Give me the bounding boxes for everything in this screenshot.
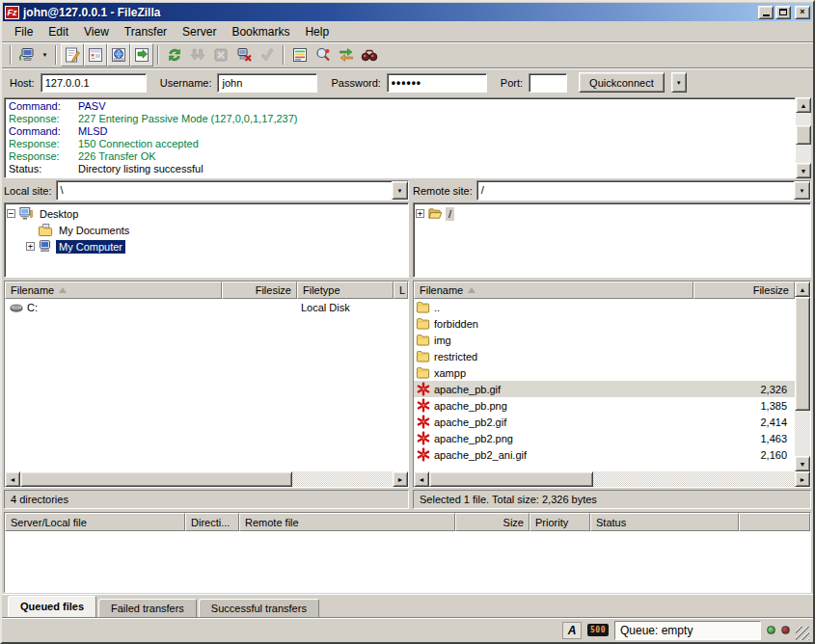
- toolbar-separator: [157, 45, 159, 65]
- title-bar[interactable]: Fz john@127.0.0.1 - FileZilla ×: [3, 3, 812, 21]
- remote-site-combo[interactable]: / ▼: [476, 180, 811, 201]
- cancel-icon: [212, 46, 230, 64]
- column-header-lastmodified[interactable]: L: [394, 282, 408, 299]
- column-header-status[interactable]: Status: [590, 513, 739, 531]
- minimize-button[interactable]: [758, 6, 774, 19]
- file-row[interactable]: ..: [414, 299, 795, 315]
- tree-item-desktop[interactable]: − Desktop: [7, 205, 406, 222]
- column-header-empty: [739, 513, 810, 531]
- tab-failed-transfers[interactable]: Failed transfers: [98, 599, 197, 617]
- sort-ascending-icon: [468, 287, 475, 293]
- remote-hscroll-thumb[interactable]: [429, 471, 593, 487]
- menu-bookmarks[interactable]: Bookmarks: [225, 23, 296, 40]
- scroll-right-icon[interactable]: ►: [795, 471, 810, 487]
- column-header-size[interactable]: Size: [455, 513, 530, 531]
- column-header-filetype[interactable]: Filetype: [297, 282, 394, 299]
- column-header-filesize[interactable]: Filesize: [222, 282, 297, 299]
- local-hscroll-thumb[interactable]: [20, 471, 292, 487]
- toolbar-separator: [283, 45, 285, 65]
- menu-help[interactable]: Help: [298, 23, 336, 40]
- port-input[interactable]: [529, 73, 567, 93]
- scroll-left-icon[interactable]: ◄: [5, 471, 20, 487]
- menu-file[interactable]: File: [8, 23, 40, 40]
- process-queue-button[interactable]: [186, 43, 209, 67]
- local-file-list: Filename Filesize Filetype L C: Local Di…: [4, 281, 409, 488]
- file-row[interactable]: xampp: [414, 364, 795, 381]
- toggle-local-tree-button[interactable]: [84, 43, 107, 67]
- scroll-up-icon[interactable]: ▲: [796, 97, 811, 113]
- scroll-right-icon[interactable]: ►: [393, 471, 408, 487]
- speed-limit-badge[interactable]: 500: [587, 624, 609, 636]
- tree-item-root[interactable]: + /: [416, 205, 808, 222]
- transfer-type-indicator[interactable]: A: [562, 622, 582, 639]
- expand-icon[interactable]: +: [416, 209, 424, 218]
- column-header-filesize[interactable]: Filesize: [693, 282, 795, 299]
- menu-server[interactable]: Server: [176, 23, 223, 40]
- tab-queued-files[interactable]: Queued files: [8, 596, 96, 617]
- column-header-filename[interactable]: Filename: [414, 282, 693, 299]
- toggle-message-log-button[interactable]: [61, 43, 84, 67]
- file-row-c-drive[interactable]: C: Local Disk: [5, 299, 408, 315]
- host-input[interactable]: [41, 73, 147, 93]
- quickconnect-dropdown[interactable]: ▼: [671, 72, 687, 93]
- quickconnect-button[interactable]: Quickconnect: [579, 72, 665, 93]
- resize-grip-icon[interactable]: [796, 627, 809, 640]
- log-scroll-thumb[interactable]: [796, 125, 811, 145]
- collapse-icon[interactable]: −: [7, 209, 15, 218]
- toggle-queue-button[interactable]: [130, 43, 153, 67]
- file-row[interactable]: restricted: [414, 348, 795, 364]
- remote-site-dropdown-icon[interactable]: ▼: [794, 181, 810, 200]
- sort-ascending-icon: [59, 287, 67, 293]
- sync-arrows-icon: [338, 46, 355, 64]
- menu-bar: File Edit View Transfer Server Bookmarks…: [2, 22, 813, 41]
- column-header-direction[interactable]: Directi...: [185, 513, 239, 531]
- column-header-remote-file[interactable]: Remote file: [239, 513, 455, 531]
- menu-transfer[interactable]: Transfer: [118, 23, 174, 40]
- message-log-pane: Command:PASV Response:227 Entering Passi…: [4, 97, 796, 178]
- cancel-operation-button[interactable]: [209, 43, 232, 67]
- menu-edit[interactable]: Edit: [41, 23, 75, 40]
- file-row[interactable]: img: [414, 332, 795, 348]
- disconnect-button[interactable]: [232, 43, 256, 67]
- close-icon: ×: [800, 8, 804, 16]
- reconnect-button[interactable]: [256, 43, 279, 67]
- scroll-up-icon[interactable]: ▲: [795, 282, 810, 297]
- column-header-filename[interactable]: Filename: [5, 282, 222, 299]
- password-input[interactable]: [387, 73, 487, 93]
- find-files-button[interactable]: [358, 43, 381, 67]
- filters-button[interactable]: [288, 43, 312, 67]
- scroll-down-icon[interactable]: ▼: [796, 163, 811, 178]
- file-row[interactable]: forbidden: [414, 315, 795, 332]
- local-site-dropdown-icon[interactable]: ▼: [392, 181, 408, 200]
- local-horizontal-scrollbar[interactable]: ◄ ►: [5, 471, 408, 487]
- tab-successful-transfers[interactable]: Successful transfers: [199, 599, 319, 617]
- column-header-priority[interactable]: Priority: [530, 513, 590, 531]
- file-row-selected[interactable]: apache_pb.gif2,326: [414, 381, 795, 397]
- scroll-down-icon[interactable]: ▼: [795, 456, 810, 471]
- refresh-button[interactable]: [163, 43, 186, 67]
- scroll-left-icon[interactable]: ◄: [414, 471, 429, 487]
- expand-icon[interactable]: +: [26, 242, 35, 251]
- remote-list-body: .. forbidden img restricted xampp apache…: [414, 299, 795, 471]
- synchronized-browsing-button[interactable]: [335, 43, 358, 67]
- site-manager-button[interactable]: [15, 43, 39, 67]
- remote-horizontal-scrollbar[interactable]: ◄ ►: [414, 471, 810, 487]
- file-row[interactable]: apache_pb2.png1,463: [414, 430, 795, 446]
- maximize-button[interactable]: [775, 6, 791, 19]
- file-row[interactable]: apache_pb2_ani.gif2,160: [414, 446, 795, 463]
- file-row[interactable]: apache_pb.png1,385: [414, 397, 795, 414]
- local-site-combo[interactable]: \ ▼: [56, 180, 409, 201]
- tree-item-my-computer[interactable]: + My Computer: [7, 238, 406, 255]
- close-button[interactable]: ×: [795, 6, 810, 19]
- log-vertical-scrollbar[interactable]: ▲ ▼: [796, 97, 811, 178]
- remote-vscroll-thumb[interactable]: [795, 297, 810, 411]
- remote-vertical-scrollbar[interactable]: ▲ ▼: [795, 282, 810, 471]
- file-row[interactable]: apache_pb2.gif2,414: [414, 414, 795, 430]
- column-header-server-local-file[interactable]: Server/Local file: [5, 513, 185, 531]
- username-input[interactable]: [217, 73, 317, 93]
- tree-item-my-documents[interactable]: My Documents: [7, 222, 406, 238]
- directory-comparison-button[interactable]: [312, 43, 335, 67]
- site-manager-dropdown[interactable]: ▼: [39, 43, 51, 67]
- toggle-remote-tree-button[interactable]: [107, 43, 130, 67]
- menu-view[interactable]: View: [77, 23, 116, 40]
